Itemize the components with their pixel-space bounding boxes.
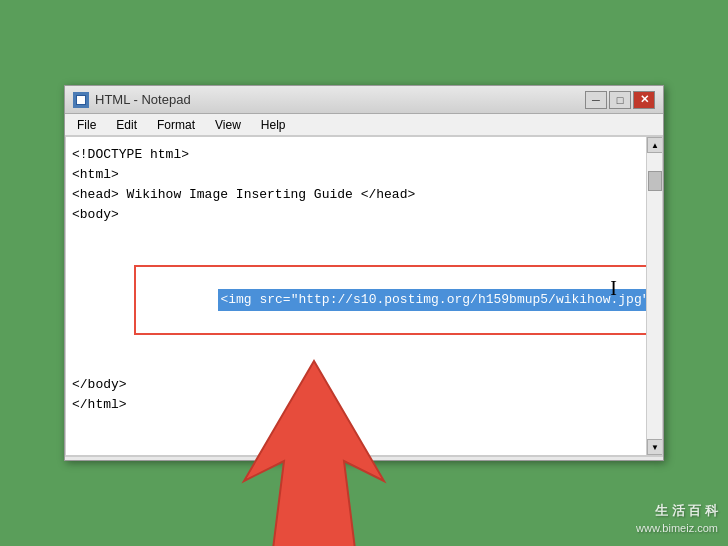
editor-line-9: </html> — [72, 395, 640, 415]
menu-file[interactable]: File — [69, 116, 104, 134]
scrollbar-thumb[interactable] — [648, 171, 662, 191]
menu-format[interactable]: Format — [149, 116, 203, 134]
restore-button[interactable]: □ — [609, 91, 631, 109]
notepad-window: HTML - Notepad ─ □ ✕ File Edit Format Vi… — [64, 85, 664, 461]
editor-line-6: <img src="http://s10.postimg.org/h159bmu… — [72, 245, 640, 355]
editor-line-3: <head> Wikihow Image Inserting Guide </h… — [72, 185, 640, 205]
status-bar — [65, 456, 663, 460]
text-cursor: I — [610, 277, 617, 300]
editor-line-8: </body> — [72, 375, 640, 395]
notepad-icon — [73, 92, 89, 108]
scroll-down-button[interactable]: ▼ — [647, 439, 663, 455]
scrollbar[interactable]: ▲ ▼ — [646, 137, 662, 455]
editor-line-5 — [72, 225, 640, 245]
scroll-down-arrow[interactable]: ▼ — [647, 439, 663, 455]
watermark-url: www.bimeiz.com — [636, 521, 718, 536]
editor-area[interactable]: <!DOCTYPE html> <html> <head> Wikihow Im… — [65, 136, 663, 456]
highlight-border: <img src="http://s10.postimg.org/h159bmu… — [134, 265, 663, 335]
notepad-window-outer: HTML - Notepad ─ □ ✕ File Edit Format Vi… — [64, 85, 664, 461]
title-bar-left: HTML - Notepad — [73, 92, 191, 108]
title-bar-buttons: ─ □ ✕ — [585, 91, 655, 109]
notepad-icon-inner — [76, 95, 86, 105]
editor-line-4: <body> — [72, 205, 640, 225]
menu-view[interactable]: View — [207, 116, 249, 134]
scroll-up-button[interactable]: ▲ — [647, 137, 663, 153]
editor-line-1: <!DOCTYPE html> — [72, 145, 640, 165]
menu-bar: File Edit Format View Help — [65, 114, 663, 136]
minimize-button[interactable]: ─ — [585, 91, 607, 109]
watermark: 生 活 百 科 www.bimeiz.com — [636, 502, 718, 536]
close-button[interactable]: ✕ — [633, 91, 655, 109]
menu-edit[interactable]: Edit — [108, 116, 145, 134]
highlighted-code: <img src="http://s10.postimg.org/h159bmu… — [218, 289, 659, 311]
editor-line-7 — [72, 355, 640, 375]
window-title: HTML - Notepad — [95, 92, 191, 107]
watermark-chinese: 生 活 百 科 — [636, 502, 718, 520]
editor-line-2: <html> — [72, 165, 640, 185]
title-bar: HTML - Notepad ─ □ ✕ — [65, 86, 663, 114]
menu-help[interactable]: Help — [253, 116, 294, 134]
